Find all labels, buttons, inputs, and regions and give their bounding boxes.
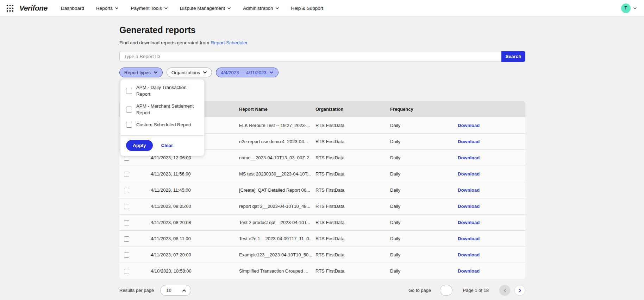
filter-option-checkbox[interactable] <box>126 122 132 128</box>
row-frequency: Daily <box>387 220 454 225</box>
chevron-up-icon <box>182 289 186 292</box>
app-grid-icon[interactable] <box>6 5 14 12</box>
download-link[interactable]: Download <box>458 155 480 160</box>
chevron-down-icon <box>275 7 279 9</box>
chevron-down-icon <box>269 71 274 74</box>
download-link[interactable]: Download <box>458 252 480 257</box>
row-select-cell <box>119 268 149 274</box>
filter-option-checkbox[interactable] <box>126 88 132 94</box>
row-frequency: Daily <box>387 139 454 144</box>
row-frequency: Daily <box>387 268 454 274</box>
filter-chip-date-range[interactable]: 4/4/2023 — 4/11/2023 <box>216 68 279 77</box>
row-report-name: Test 2 product qat__2023-04-10T... <box>236 220 312 225</box>
row-report-name: report qat 3__2023-04-10T10_48... <box>236 204 312 209</box>
table-row: 4/11/2023, 07:20:00Example123__2023-04-1… <box>119 247 525 263</box>
table-row: 4/11/2023, 11:56:00MS test 20230330__202… <box>119 166 525 182</box>
download-link[interactable]: Download <box>458 139 480 144</box>
avatar[interactable]: T <box>621 4 631 13</box>
row-select-cell <box>119 187 149 193</box>
nav-item-administration[interactable]: Administration <box>243 6 279 11</box>
row-frequency: Daily <box>387 236 454 241</box>
filter-option[interactable]: APM - Merchant Settlement Report <box>126 103 199 116</box>
row-report-name: MS test 20230330__2023-04-10T... <box>236 171 312 177</box>
row-created-date: 4/11/2023, 08:11:00 <box>149 236 236 241</box>
row-action-cell: Download <box>454 236 525 241</box>
row-action-cell: Download <box>454 155 525 160</box>
page-status: Page 1 of 18 <box>463 288 489 293</box>
row-organization: RTS FirstData <box>312 155 387 160</box>
download-link[interactable]: Download <box>458 123 480 128</box>
main-content: Generated reports Find and download repo… <box>0 25 644 296</box>
row-organization: RTS FirstData <box>312 252 387 257</box>
row-checkbox[interactable] <box>124 269 129 274</box>
verifone-logo[interactable]: Verifone <box>19 4 48 12</box>
results-per-page-label: Results per page <box>119 288 154 293</box>
results-per-page-select[interactable]: 10 <box>160 285 191 296</box>
download-link[interactable]: Download <box>458 236 480 241</box>
main-nav: Dashboard Reports Payment Tools Dispute … <box>61 6 323 11</box>
chevron-down-icon <box>115 7 119 9</box>
row-organization: RTS FirstData <box>312 123 387 128</box>
nav-item-reports[interactable]: Reports <box>96 6 119 11</box>
row-organization: RTS FirstData <box>312 268 387 274</box>
row-frequency: Daily <box>387 204 454 209</box>
row-checkbox[interactable] <box>124 220 129 225</box>
report-scheduler-link[interactable]: Report Scheduler <box>211 40 248 45</box>
row-created-date: 4/11/2023, 08:20:08 <box>149 220 236 225</box>
row-checkbox[interactable] <box>124 253 129 258</box>
row-created-date: 4/10/2023, 18:58:00 <box>149 268 236 274</box>
row-checkbox[interactable] <box>124 236 129 242</box>
row-checkbox[interactable] <box>124 172 129 177</box>
page-subtitle: Find and download reports generated from… <box>119 40 525 46</box>
row-report-name: e2e report csv demo 4_2023-04... <box>236 139 312 144</box>
download-link[interactable]: Download <box>458 171 480 177</box>
row-action-cell: Download <box>454 171 525 177</box>
chevron-down-icon <box>633 7 637 9</box>
next-page-button[interactable] <box>514 285 525 296</box>
chevron-right-icon <box>519 288 521 293</box>
row-organization: RTS FirstData <box>312 139 387 144</box>
row-checkbox[interactable] <box>124 188 129 193</box>
download-link[interactable]: Download <box>458 204 480 209</box>
clear-button[interactable]: Clear <box>161 143 173 148</box>
download-link[interactable]: Download <box>458 220 480 225</box>
row-frequency: Daily <box>387 155 454 160</box>
row-organization: RTS FirstData <box>312 220 387 225</box>
row-organization: RTS FirstData <box>312 236 387 241</box>
search-button[interactable]: Search <box>501 51 525 62</box>
filter-option-checkbox[interactable] <box>126 107 132 113</box>
nav-item-dashboard[interactable]: Dashboard <box>61 6 84 11</box>
row-checkbox[interactable] <box>124 204 129 209</box>
filter-option[interactable]: APM - Daily Transaction Report <box>126 84 199 97</box>
nav-item-payment-tools[interactable]: Payment Tools <box>131 6 168 11</box>
row-select-cell <box>119 171 149 177</box>
apply-button[interactable]: Apply <box>126 140 153 151</box>
table-row: 4/11/2023, 08:20:08Test 2 product qat__2… <box>119 214 525 230</box>
row-action-cell: Download <box>454 139 525 144</box>
row-report-name: Test e2e 1__2023-04-09T17_11_0... <box>236 236 312 241</box>
table-row: 4/11/2023, 11:45:00[Create]: QAT Detaile… <box>119 182 525 198</box>
nav-item-dispute-management[interactable]: Dispute Management <box>180 6 231 11</box>
search-bar: Search <box>119 51 525 62</box>
row-action-cell: Download <box>454 123 525 128</box>
top-nav: Verifone Dashboard Reports Payment Tools… <box>0 0 644 17</box>
row-created-date: 4/11/2023, 11:56:00 <box>149 171 236 177</box>
row-report-name: ELK Reroute Test -- 19:27_2023-... <box>236 123 312 128</box>
table-row: 4/11/2023, 08:25:00report qat 3__2023-04… <box>119 198 525 214</box>
filter-chip-report-types[interactable]: Report types <box>119 68 163 77</box>
account-menu[interactable]: T <box>621 4 637 13</box>
filter-option[interactable]: Custom Scheduled Report <box>126 121 199 128</box>
download-link[interactable]: Download <box>458 187 480 193</box>
row-action-cell: Download <box>454 204 525 209</box>
row-frequency: Daily <box>387 171 454 177</box>
row-frequency: Daily <box>387 123 454 128</box>
go-to-page-label: Go to page <box>408 288 431 293</box>
report-id-search-input[interactable] <box>119 51 501 62</box>
previous-page-button[interactable] <box>499 285 510 296</box>
row-select-cell <box>119 236 149 241</box>
download-link[interactable]: Download <box>458 268 480 274</box>
filter-chip-organizations[interactable]: Organizations <box>167 68 212 77</box>
row-created-date: 4/11/2023, 07:20:00 <box>149 252 236 257</box>
nav-item-help-support[interactable]: Help & Support <box>291 6 324 11</box>
go-to-page-input[interactable] <box>440 285 452 296</box>
